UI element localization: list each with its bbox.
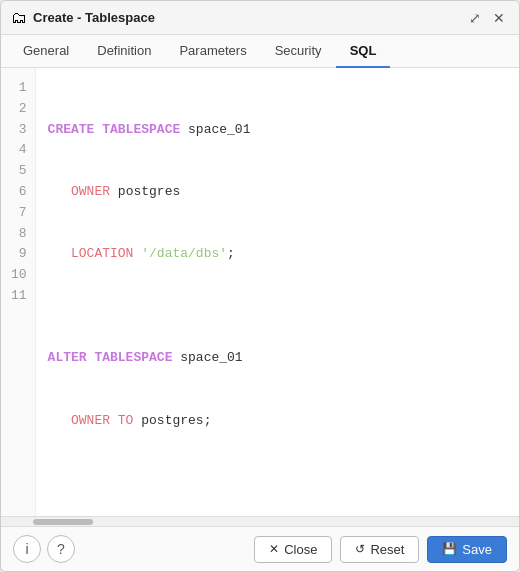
help-button[interactable]: ? [47, 535, 75, 563]
title-bar-left: 🗂 Create - Tablespace [11, 9, 155, 27]
tab-security[interactable]: Security [261, 35, 336, 68]
close-icon: ✕ [269, 542, 279, 556]
tab-definition[interactable]: Definition [83, 35, 165, 68]
scrollbar-thumb[interactable] [33, 519, 93, 525]
tab-sql[interactable]: SQL [336, 35, 391, 68]
save-icon: 💾 [442, 542, 457, 556]
code-content: CREATE TABLESPACE space_01 OWNER postgre… [36, 68, 519, 516]
save-button[interactable]: 💾 Save [427, 536, 507, 563]
close-label: Close [284, 542, 317, 557]
save-label: Save [462, 542, 492, 557]
footer-left: i ? [13, 535, 75, 563]
title-bar-controls: ⤢ ✕ [465, 8, 509, 28]
reset-button[interactable]: ↺ Reset [340, 536, 419, 563]
line-numbers: 1 2 3 4 5 6 7 8 9 10 11 [1, 68, 36, 516]
footer-right: ✕ Close ↺ Reset 💾 Save [254, 536, 507, 563]
reset-label: Reset [370, 542, 404, 557]
window-icon: 🗂 [11, 9, 27, 27]
window-title: Create - Tablespace [33, 10, 155, 25]
main-window: 🗂 Create - Tablespace ⤢ ✕ General Defini… [0, 0, 520, 572]
window-close-button[interactable]: ✕ [489, 8, 509, 28]
info-button[interactable]: i [13, 535, 41, 563]
horizontal-scrollbar[interactable] [1, 516, 519, 526]
code-container[interactable]: 1 2 3 4 5 6 7 8 9 10 11 CREATE TABLESPAC… [1, 68, 519, 516]
tab-parameters[interactable]: Parameters [165, 35, 260, 68]
expand-button[interactable]: ⤢ [465, 8, 485, 28]
reset-icon: ↺ [355, 542, 365, 556]
footer: i ? ✕ Close ↺ Reset 💾 Save [1, 526, 519, 571]
sql-editor-area: 1 2 3 4 5 6 7 8 9 10 11 CREATE TABLESPAC… [1, 68, 519, 516]
tab-general[interactable]: General [9, 35, 83, 68]
tab-bar: General Definition Parameters Security S… [1, 35, 519, 68]
close-button[interactable]: ✕ Close [254, 536, 332, 563]
title-bar: 🗂 Create - Tablespace ⤢ ✕ [1, 1, 519, 35]
